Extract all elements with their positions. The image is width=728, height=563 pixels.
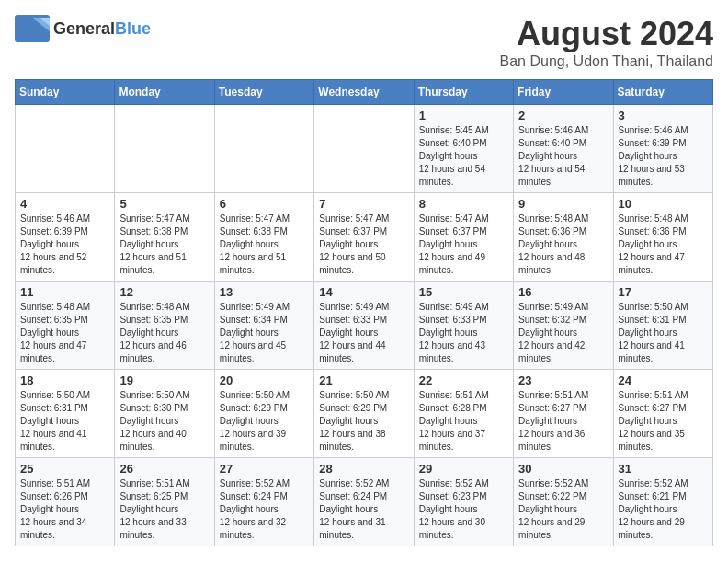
day-number: 24 [619, 373, 708, 387]
day-number: 10 [619, 197, 708, 211]
day-number: 29 [419, 462, 508, 476]
calendar-cell: 13Sunrise: 5:49 AMSunset: 6:34 PMDayligh… [214, 282, 313, 370]
calendar-cell: 28Sunrise: 5:52 AMSunset: 6:24 PMDayligh… [314, 458, 414, 546]
day-info: Sunrise: 5:50 AMSunset: 6:30 PMDaylight … [119, 389, 209, 454]
calendar-cell: 27Sunrise: 5:52 AMSunset: 6:24 PMDayligh… [214, 458, 313, 546]
calendar-cell [314, 105, 414, 193]
day-number: 13 [220, 285, 309, 299]
calendar-cell: 6Sunrise: 5:47 AMSunset: 6:38 PMDaylight… [214, 193, 313, 282]
weekday-header-thursday: Thursday [414, 80, 513, 105]
weekday-header-tuesday: Tuesday [214, 80, 313, 105]
day-number: 31 [619, 462, 708, 476]
calendar-week-row: 4Sunrise: 5:46 AMSunset: 6:39 PMDaylight… [16, 193, 713, 282]
month-year-title: August 2024 [500, 15, 713, 53]
day-info: Sunrise: 5:52 AMSunset: 6:22 PMDaylight … [518, 477, 608, 542]
day-info: Sunrise: 5:50 AMSunset: 6:29 PMDaylight … [319, 389, 408, 454]
calendar-cell: 16Sunrise: 5:49 AMSunset: 6:32 PMDayligh… [514, 282, 613, 370]
calendar-cell: 22Sunrise: 5:51 AMSunset: 6:28 PMDayligh… [414, 370, 513, 458]
day-info: Sunrise: 5:50 AMSunset: 6:31 PMDaylight … [619, 301, 708, 365]
calendar-cell: 3Sunrise: 5:46 AMSunset: 6:39 PMDaylight… [613, 105, 712, 193]
calendar-cell: 5Sunrise: 5:47 AMSunset: 6:38 PMDaylight… [115, 193, 214, 282]
day-info: Sunrise: 5:49 AMSunset: 6:33 PMDaylight … [319, 301, 408, 365]
calendar-week-row: 18Sunrise: 5:50 AMSunset: 6:31 PMDayligh… [16, 370, 713, 458]
calendar-cell [16, 105, 115, 193]
day-info: Sunrise: 5:51 AMSunset: 6:28 PMDaylight … [419, 389, 508, 454]
day-number: 27 [220, 462, 309, 476]
calendar-cell: 11Sunrise: 5:48 AMSunset: 6:35 PMDayligh… [16, 282, 115, 370]
calendar-cell: 2Sunrise: 5:46 AMSunset: 6:40 PMDaylight… [514, 105, 613, 193]
day-number: 3 [619, 109, 708, 122]
day-info: Sunrise: 5:47 AMSunset: 6:37 PMDaylight … [319, 213, 408, 277]
day-info: Sunrise: 5:50 AMSunset: 6:29 PMDaylight … [220, 389, 309, 454]
calendar-cell: 20Sunrise: 5:50 AMSunset: 6:29 PMDayligh… [214, 370, 313, 458]
logo: GeneralBlue [15, 15, 151, 42]
day-number: 9 [518, 197, 608, 211]
calendar-week-row: 11Sunrise: 5:48 AMSunset: 6:35 PMDayligh… [16, 282, 713, 370]
day-info: Sunrise: 5:49 AMSunset: 6:33 PMDaylight … [419, 301, 508, 365]
calendar-cell: 25Sunrise: 5:51 AMSunset: 6:26 PMDayligh… [16, 458, 115, 546]
calendar-cell [115, 105, 214, 193]
day-number: 6 [220, 197, 309, 211]
day-number: 21 [319, 373, 408, 387]
calendar-cell: 14Sunrise: 5:49 AMSunset: 6:33 PMDayligh… [314, 282, 414, 370]
day-number: 8 [419, 197, 508, 211]
calendar-cell: 24Sunrise: 5:51 AMSunset: 6:27 PMDayligh… [613, 370, 712, 458]
day-number: 23 [518, 373, 608, 387]
calendar-cell: 4Sunrise: 5:46 AMSunset: 6:39 PMDaylight… [16, 193, 115, 282]
calendar-table: SundayMondayTuesdayWednesdayThursdayFrid… [15, 79, 713, 546]
day-number: 15 [419, 285, 508, 299]
day-number: 20 [220, 373, 309, 387]
day-number: 11 [20, 285, 109, 299]
day-info: Sunrise: 5:51 AMSunset: 6:26 PMDaylight … [20, 477, 109, 542]
calendar-cell: 17Sunrise: 5:50 AMSunset: 6:31 PMDayligh… [613, 282, 712, 370]
logo-icon [15, 15, 50, 42]
calendar-cell: 12Sunrise: 5:48 AMSunset: 6:35 PMDayligh… [115, 282, 214, 370]
day-info: Sunrise: 5:52 AMSunset: 6:24 PMDaylight … [220, 477, 309, 542]
day-number: 22 [419, 373, 508, 387]
weekday-header-saturday: Saturday [613, 80, 712, 105]
location-subtitle: Ban Dung, Udon Thani, Thailand [500, 53, 713, 70]
day-info: Sunrise: 5:50 AMSunset: 6:31 PMDaylight … [20, 389, 109, 454]
day-info: Sunrise: 5:48 AMSunset: 6:36 PMDaylight … [619, 213, 708, 277]
day-number: 14 [319, 285, 408, 299]
day-number: 12 [119, 285, 209, 299]
weekday-header-friday: Friday [514, 80, 613, 105]
weekday-header-sunday: Sunday [16, 80, 115, 105]
page-header: GeneralBlue August 2024 Ban Dung, Udon T… [15, 15, 713, 70]
day-number: 7 [319, 197, 408, 211]
day-number: 19 [119, 373, 209, 387]
calendar-cell: 21Sunrise: 5:50 AMSunset: 6:29 PMDayligh… [314, 370, 414, 458]
day-number: 2 [518, 109, 608, 122]
calendar-cell: 15Sunrise: 5:49 AMSunset: 6:33 PMDayligh… [414, 282, 513, 370]
day-info: Sunrise: 5:45 AMSunset: 6:40 PMDaylight … [419, 124, 508, 189]
day-info: Sunrise: 5:46 AMSunset: 6:39 PMDaylight … [619, 124, 708, 189]
calendar-cell: 26Sunrise: 5:51 AMSunset: 6:25 PMDayligh… [115, 458, 214, 546]
day-number: 5 [119, 197, 209, 211]
day-info: Sunrise: 5:52 AMSunset: 6:21 PMDaylight … [619, 477, 708, 542]
day-info: Sunrise: 5:47 AMSunset: 6:38 PMDaylight … [220, 213, 309, 277]
calendar-week-row: 25Sunrise: 5:51 AMSunset: 6:26 PMDayligh… [16, 458, 713, 546]
day-number: 16 [518, 285, 608, 299]
day-info: Sunrise: 5:51 AMSunset: 6:27 PMDaylight … [619, 389, 708, 454]
calendar-cell: 8Sunrise: 5:47 AMSunset: 6:37 PMDaylight… [414, 193, 513, 282]
day-info: Sunrise: 5:52 AMSunset: 6:24 PMDaylight … [319, 477, 408, 542]
calendar-cell: 29Sunrise: 5:52 AMSunset: 6:23 PMDayligh… [414, 458, 513, 546]
day-number: 25 [20, 462, 109, 476]
day-info: Sunrise: 5:47 AMSunset: 6:37 PMDaylight … [419, 213, 508, 277]
calendar-cell: 31Sunrise: 5:52 AMSunset: 6:21 PMDayligh… [613, 458, 712, 546]
day-number: 4 [20, 197, 109, 211]
day-number: 26 [119, 462, 209, 476]
calendar-cell: 7Sunrise: 5:47 AMSunset: 6:37 PMDaylight… [314, 193, 414, 282]
day-number: 30 [518, 462, 608, 476]
day-info: Sunrise: 5:49 AMSunset: 6:34 PMDaylight … [220, 301, 309, 365]
day-info: Sunrise: 5:47 AMSunset: 6:38 PMDaylight … [119, 213, 209, 277]
day-info: Sunrise: 5:48 AMSunset: 6:35 PMDaylight … [20, 301, 109, 365]
calendar-week-row: 1Sunrise: 5:45 AMSunset: 6:40 PMDaylight… [16, 105, 713, 193]
day-info: Sunrise: 5:46 AMSunset: 6:40 PMDaylight … [518, 124, 608, 189]
calendar-cell: 30Sunrise: 5:52 AMSunset: 6:22 PMDayligh… [514, 458, 613, 546]
calendar-cell: 19Sunrise: 5:50 AMSunset: 6:30 PMDayligh… [115, 370, 214, 458]
calendar-cell: 1Sunrise: 5:45 AMSunset: 6:40 PMDaylight… [414, 105, 513, 193]
day-number: 18 [20, 373, 109, 387]
weekday-header-wednesday: Wednesday [314, 80, 414, 105]
day-number: 28 [319, 462, 408, 476]
